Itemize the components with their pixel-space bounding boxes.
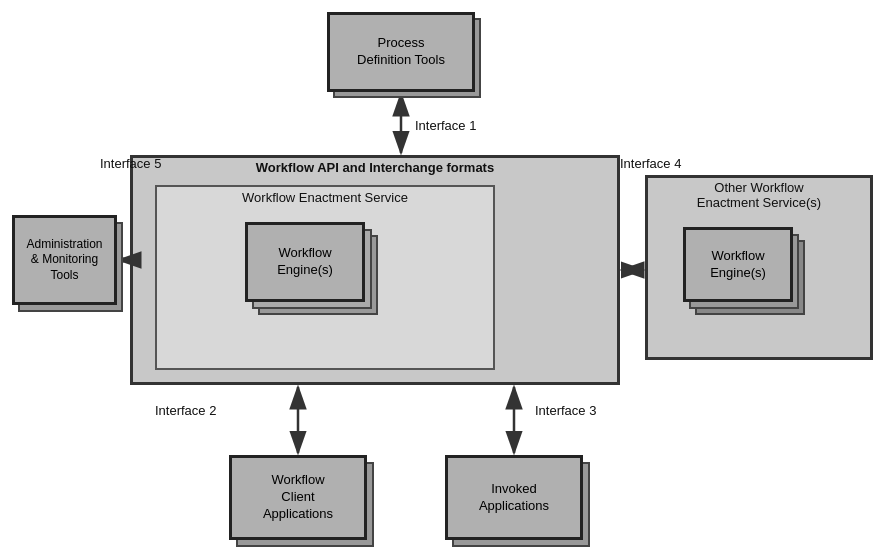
- interface3-label: Interface 3: [535, 403, 596, 418]
- admin-monitoring-label: Administration& MonitoringTools: [26, 237, 102, 284]
- workflow-client-label: WorkflowClientApplications: [263, 472, 333, 523]
- other-workflow-label: Other WorkflowEnactment Service(s): [650, 180, 868, 210]
- invoked-applications-box: InvokedApplications: [445, 455, 583, 540]
- diagram: Workflow API and Interchange formats Wor…: [0, 0, 891, 554]
- workflow-engine-left-label: WorkflowEngine(s): [277, 245, 333, 279]
- workflow-enactment-service-label: Workflow Enactment Service: [160, 190, 490, 205]
- admin-monitoring-box: Administration& MonitoringTools: [12, 215, 117, 305]
- workflow-engine-right-label: WorkflowEngine(s): [710, 248, 766, 282]
- workflow-client-box: WorkflowClientApplications: [229, 455, 367, 540]
- interface1-label: Interface 1: [415, 118, 476, 133]
- workflow-engine-left: WorkflowEngine(s): [245, 222, 365, 302]
- process-definition-tools-label: ProcessDefinition Tools: [357, 35, 445, 69]
- workflow-engine-right: WorkflowEngine(s): [683, 227, 793, 302]
- interface2-label: Interface 2: [155, 403, 216, 418]
- workflow-api-label: Workflow API and Interchange formats: [135, 160, 615, 175]
- invoked-applications-label: InvokedApplications: [479, 481, 549, 515]
- interface4-label: Interface 4: [620, 156, 681, 171]
- process-definition-tools-box: ProcessDefinition Tools: [327, 12, 475, 92]
